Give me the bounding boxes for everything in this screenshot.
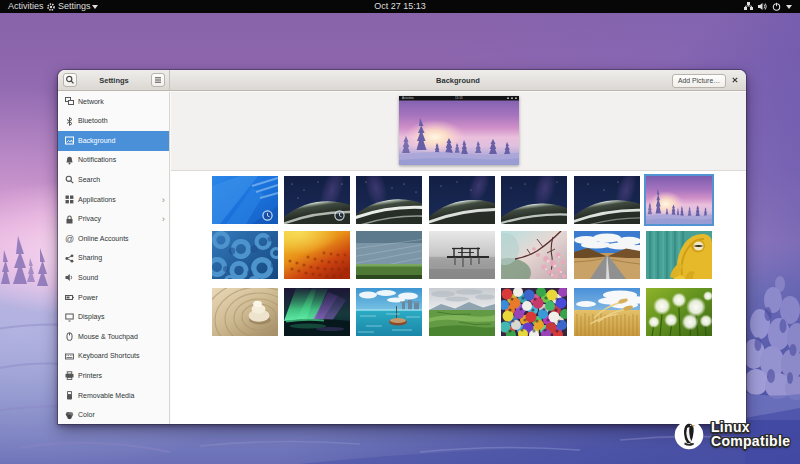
svg-text:Activities: Activities	[402, 96, 414, 100]
svg-text:15:13: 15:13	[455, 96, 463, 100]
svg-text:@: @	[65, 234, 74, 243]
